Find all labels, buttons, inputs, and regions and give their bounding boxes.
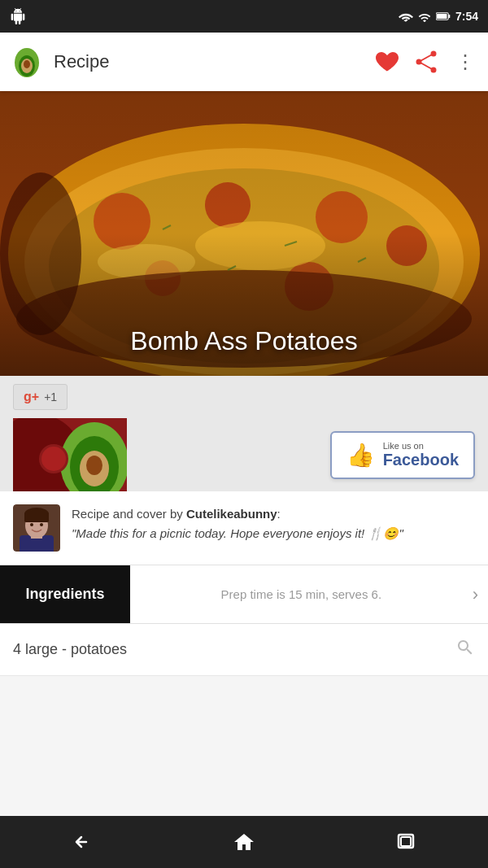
share-button[interactable] bbox=[413, 49, 439, 75]
author-name: Cutelikeabunny bbox=[186, 507, 277, 521]
status-bar: 7:54 bbox=[0, 0, 488, 33]
chevron-right-icon: › bbox=[473, 565, 488, 623]
thumbs-up-icon: 👍 bbox=[346, 442, 375, 469]
hero-image-container: Bomb Ass Potatoes bbox=[0, 91, 488, 376]
gplus-icon: g+ bbox=[24, 390, 39, 404]
recipe-quote: "Made this for a picnic today. Hope ever… bbox=[72, 526, 403, 540]
colon: : bbox=[277, 507, 281, 521]
back-button[interactable] bbox=[57, 826, 106, 858]
recipe-credit-text: Recipe and cover by Cutelikeabunny: "Mad… bbox=[72, 504, 403, 543]
svg-point-6 bbox=[24, 60, 30, 68]
android-icon bbox=[10, 8, 26, 24]
svg-point-37 bbox=[41, 447, 66, 471]
fb-like-text: Like us on Facebook bbox=[383, 441, 459, 469]
fb-like-us-label: Like us on bbox=[383, 441, 459, 451]
ingredient-text: 4 large - potatoes bbox=[13, 641, 455, 658]
recipe-intro: Recipe and cover by bbox=[72, 507, 186, 521]
svg-line-10 bbox=[419, 54, 434, 62]
wifi-icon bbox=[399, 11, 413, 22]
facebook-banner: 👍 Like us on Facebook bbox=[0, 418, 488, 491]
status-bar-left bbox=[10, 8, 26, 24]
home-button[interactable] bbox=[220, 826, 268, 858]
app-bar-actions: ⋮ bbox=[374, 49, 478, 75]
svg-rect-47 bbox=[401, 837, 411, 846]
recipe-title: Bomb Ass Potatoes bbox=[0, 326, 488, 356]
app-title: Recipe bbox=[54, 51, 374, 72]
fb-facebook-label: Facebook bbox=[383, 451, 459, 469]
favorite-button[interactable] bbox=[374, 49, 400, 75]
facebook-like-button[interactable]: 👍 Like us on Facebook bbox=[330, 431, 475, 479]
gplus-button[interactable]: g+ +1 bbox=[13, 384, 68, 410]
more-options-button[interactable]: ⋮ bbox=[452, 49, 478, 75]
avocado-banner-art bbox=[13, 418, 127, 491]
ingredients-label: Ingredients bbox=[0, 565, 130, 623]
svg-rect-43 bbox=[24, 513, 49, 522]
svg-point-45 bbox=[40, 523, 43, 526]
battery-icon bbox=[436, 11, 451, 22]
recents-button[interactable] bbox=[382, 826, 431, 858]
recipe-credit-section: Recipe and cover by Cutelikeabunny: "Mad… bbox=[0, 491, 488, 565]
svg-point-35 bbox=[86, 456, 102, 475]
svg-line-11 bbox=[419, 62, 434, 70]
svg-point-44 bbox=[30, 523, 33, 526]
status-time: 7:54 bbox=[455, 10, 478, 23]
bottom-nav bbox=[0, 816, 488, 868]
svg-rect-1 bbox=[448, 15, 450, 18]
signal-icon bbox=[418, 11, 431, 22]
search-ingredient-icon[interactable] bbox=[455, 638, 475, 662]
svg-rect-2 bbox=[437, 14, 447, 19]
app-bar: Recipe ⋮ bbox=[0, 33, 488, 91]
ingredient-row: 4 large - potatoes bbox=[0, 624, 488, 676]
author-avatar bbox=[13, 504, 60, 552]
app-logo bbox=[10, 45, 44, 79]
ingredients-bar[interactable]: Ingredients Prep time is 15 min, serves … bbox=[0, 565, 488, 624]
gplus-label: +1 bbox=[44, 390, 57, 403]
prep-time-text: Prep time is 15 min, serves 6. bbox=[130, 565, 473, 623]
gplus-bar: g+ +1 bbox=[0, 376, 488, 418]
status-bar-right: 7:54 bbox=[399, 10, 478, 23]
author-photo bbox=[13, 504, 60, 552]
more-dots-icon: ⋮ bbox=[455, 52, 476, 72]
